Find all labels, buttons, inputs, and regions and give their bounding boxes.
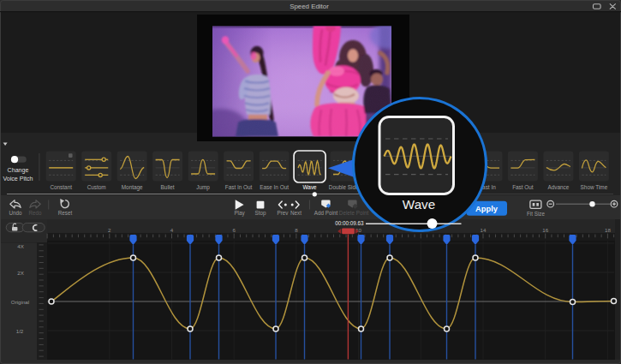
svg-text:Apply: Apply <box>475 205 499 213</box>
svg-text:16: 16 <box>542 227 548 233</box>
svg-text:00:00:09.63: 00:00:09.63 <box>335 220 364 226</box>
svg-text:8: 8 <box>295 227 298 233</box>
svg-text:Montage: Montage <box>122 184 143 191</box>
svg-text:Constant: Constant <box>50 184 72 190</box>
svg-text:Wave: Wave <box>403 197 435 212</box>
svg-text:Original: Original <box>11 299 29 305</box>
svg-text:Redo: Redo <box>28 210 42 216</box>
svg-text:Play: Play <box>234 210 245 217</box>
svg-text:Advance: Advance <box>547 184 569 190</box>
svg-text:2: 2 <box>108 227 111 233</box>
svg-text:18: 18 <box>605 227 611 233</box>
svg-text:14: 14 <box>481 227 487 233</box>
svg-text:Jump: Jump <box>196 184 210 191</box>
svg-text:Fast Out: Fast Out <box>512 184 534 190</box>
svg-text:Next: Next <box>290 210 302 216</box>
svg-text:Add Point: Add Point <box>314 210 338 216</box>
svg-text:Stop: Stop <box>255 210 266 217</box>
svg-text:Voice Pitch: Voice Pitch <box>3 176 33 182</box>
svg-text:6: 6 <box>232 227 236 233</box>
svg-text:4: 4 <box>170 227 174 233</box>
svg-text:Ease In Out: Ease In Out <box>260 184 289 190</box>
svg-text:Fast In Out: Fast In Out <box>225 184 253 190</box>
svg-text:Fit Size: Fit Size <box>527 211 545 217</box>
svg-text:Speed Editor: Speed Editor <box>290 3 329 10</box>
svg-text:1/2: 1/2 <box>16 328 24 334</box>
svg-text:Wave: Wave <box>303 184 318 190</box>
svg-text:Bullet: Bullet <box>161 184 175 190</box>
svg-text:Undo: Undo <box>9 210 22 216</box>
svg-text:4X: 4X <box>17 243 24 249</box>
svg-text:Delete Point: Delete Point <box>339 210 369 216</box>
svg-text:Custom: Custom <box>87 184 106 190</box>
svg-text:Reset: Reset <box>58 210 73 216</box>
svg-text:Prev: Prev <box>278 210 290 216</box>
svg-text:2X: 2X <box>17 270 24 276</box>
svg-text:Show Time: Show Time <box>581 184 608 190</box>
svg-text:Change: Change <box>8 167 29 174</box>
